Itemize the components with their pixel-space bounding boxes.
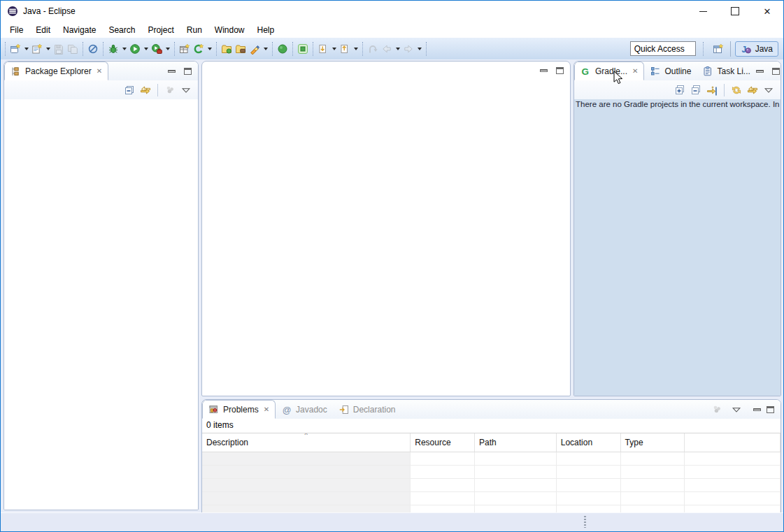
menu-item-run[interactable]: Run (180, 23, 208, 37)
open-type-icon (297, 43, 308, 55)
open-resource-folder-button[interactable] (234, 41, 248, 57)
run-dropdown-icon[interactable] (144, 48, 148, 50)
column-header-empty[interactable] (685, 433, 781, 452)
menu-item-edit[interactable]: Edit (29, 23, 57, 37)
collapse-all-button[interactable] (122, 82, 136, 98)
save-all-button[interactable] (66, 41, 80, 57)
maximize-view-icon[interactable] (772, 68, 780, 75)
tab-outline[interactable]: Outline (644, 62, 697, 80)
back-button[interactable] (380, 41, 394, 57)
column-header-location[interactable]: Location (557, 433, 621, 452)
next-annotation-button[interactable] (316, 41, 330, 57)
forward-button[interactable] (401, 41, 415, 57)
run-external-tools-dropdown-icon[interactable] (166, 48, 170, 50)
menu-item-window[interactable]: Window (208, 23, 251, 37)
gradle-new-icon (193, 43, 204, 55)
refresh-button[interactable] (729, 82, 743, 98)
menu-item-file[interactable]: File (3, 23, 29, 37)
editor-area[interactable] (201, 61, 571, 396)
menu-item-search[interactable]: Search (102, 23, 141, 37)
skip-breakpoints-button[interactable] (86, 41, 100, 57)
new-javaee-project-button[interactable] (178, 41, 192, 57)
link-selection-button[interactable] (705, 82, 719, 98)
java-perspective-button[interactable]: J Java (735, 41, 778, 57)
debug-dropdown-icon[interactable] (122, 48, 127, 50)
table-cell (621, 492, 685, 505)
view-menu-button[interactable] (762, 82, 776, 98)
open-type-button[interactable] (296, 41, 310, 57)
declaration-icon (338, 404, 350, 415)
debug-button[interactable] (106, 41, 120, 57)
forward-dropdown-icon[interactable] (418, 48, 422, 50)
menu-bar: FileEditNavigateSearchProjectRunWindowHe… (1, 22, 783, 38)
focus-task-button[interactable] (163, 82, 177, 98)
view-menu-icon (763, 85, 774, 96)
minimize-icon (699, 11, 707, 12)
gradle-icon: G (580, 66, 592, 77)
open-task-folder-button[interactable] (220, 41, 234, 57)
open-perspective-button[interactable] (711, 39, 726, 59)
link-with-editor-button[interactable] (138, 82, 152, 98)
view-menu-button[interactable] (179, 82, 193, 98)
tab-problems[interactable]: Problems✕ (202, 400, 276, 419)
menu-item-help[interactable]: Help (251, 23, 281, 37)
close-view-icon[interactable]: ✕ (264, 406, 269, 413)
prev-annotation-dropdown-icon[interactable] (354, 48, 358, 50)
tab-javadoc[interactable]: @Javadoc (276, 400, 333, 419)
problems-icon (208, 404, 220, 415)
maximize-button[interactable] (719, 1, 751, 22)
run-button[interactable] (128, 41, 142, 57)
last-edit-location-button[interactable] (366, 41, 380, 57)
search-torch-button[interactable] (248, 41, 262, 57)
new-wizard-dropdown-icon[interactable] (24, 48, 29, 50)
web-browser-button[interactable] (276, 41, 290, 57)
close-view-icon[interactable]: ✕ (632, 68, 638, 75)
tab-declaration[interactable]: Declaration (333, 400, 401, 419)
close-view-icon[interactable]: ✕ (97, 68, 102, 75)
gradle-new-button[interactable] (192, 41, 206, 57)
menu-item-project[interactable]: Project (141, 23, 180, 37)
collapse-all-2-button[interactable] (689, 82, 703, 98)
back-dropdown-icon[interactable] (396, 48, 400, 50)
focus-task-button[interactable] (710, 402, 724, 417)
menu-item-navigate[interactable]: Navigate (57, 23, 102, 37)
new-task-button[interactable] (30, 41, 44, 57)
minimize-view-icon[interactable] (168, 70, 176, 73)
eclipse-window: Java - Eclipse ✕ FileEditNavigateSearchP… (0, 0, 784, 532)
window-controls: ✕ (687, 1, 783, 22)
statusbar-grip[interactable] (584, 516, 586, 528)
minimize-view-icon[interactable] (756, 70, 764, 73)
prev-annotation-button[interactable] (338, 41, 352, 57)
toolbar-separator (292, 42, 293, 56)
save-button[interactable] (52, 41, 66, 57)
minimize-button[interactable] (687, 1, 719, 22)
sync-button[interactable] (746, 82, 760, 98)
column-header-path[interactable]: Path (475, 433, 557, 452)
maximize-view-icon[interactable] (184, 68, 192, 75)
view-menu-button[interactable] (729, 402, 743, 417)
column-header-type[interactable]: Type (621, 433, 685, 452)
collapse-all-2-icon (690, 85, 701, 96)
tab-gradle[interactable]: GGradle...✕ (574, 62, 644, 80)
search-torch-dropdown-icon[interactable] (264, 48, 268, 50)
new-wizard-button[interactable] (8, 41, 22, 57)
save-icon (53, 43, 64, 55)
maximize-view-icon[interactable] (556, 67, 564, 74)
tab-package-explorer[interactable]: Package Explorer ✕ (4, 62, 108, 80)
minimize-view-icon[interactable] (540, 69, 548, 72)
new-task-dropdown-icon[interactable] (46, 48, 50, 50)
quick-access-box[interactable]: Quick Access (630, 41, 696, 56)
package-explorer-tree[interactable] (4, 99, 198, 510)
expand-all-icon (674, 85, 685, 96)
column-header-description[interactable]: Description^ (202, 433, 411, 452)
maximize-view-icon[interactable] (767, 406, 774, 413)
gradle-new-dropdown-icon[interactable] (208, 48, 212, 50)
close-button[interactable]: ✕ (751, 1, 783, 22)
tab-task-li[interactable]: Task Li... (697, 62, 755, 80)
title-bar: Java - Eclipse ✕ (1, 1, 783, 22)
minimize-view-icon[interactable] (753, 408, 761, 411)
expand-all-button[interactable] (673, 82, 687, 98)
column-header-resource[interactable]: Resource (411, 433, 475, 452)
next-annotation-dropdown-icon[interactable] (332, 48, 336, 50)
run-external-tools-button[interactable] (150, 41, 164, 57)
